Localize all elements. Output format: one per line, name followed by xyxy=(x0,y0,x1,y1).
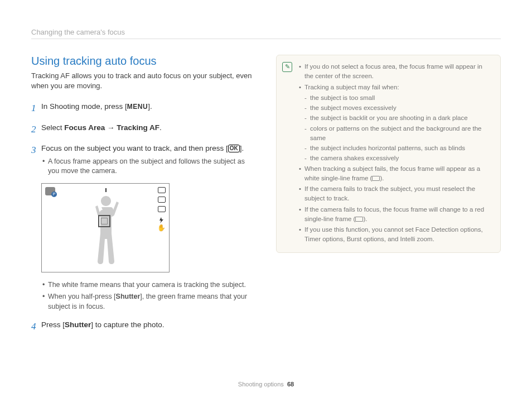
page-footer: Shooting options 68 xyxy=(0,381,532,387)
note-5: If the camera fails to focus, the focus … xyxy=(299,205,492,224)
step-1-text-post: ]. xyxy=(148,102,152,111)
battery-icon xyxy=(158,187,166,193)
intro-text: Tracking AF allows you to track and auto… xyxy=(31,71,256,91)
note-5-post: ). xyxy=(363,216,367,222)
step-3-pre: Focus on the subject you want to track, … xyxy=(41,144,228,152)
arrow: → xyxy=(105,123,117,132)
header-rule xyxy=(31,39,501,39)
step-2: 2 Select Focus Area → Tracking AF. xyxy=(31,122,256,137)
left-column: Using tracking auto focus Tracking AF al… xyxy=(31,55,256,341)
top-indicator-icon xyxy=(105,188,107,192)
focus-area-label: Focus Area xyxy=(64,123,105,132)
step-3-post: ]. xyxy=(240,144,244,152)
green-frame-pre: When you half-press [ xyxy=(48,293,116,300)
tracking-af-label: Tracking AF xyxy=(117,123,159,132)
flash-icon xyxy=(158,216,166,222)
step-2-post: . xyxy=(159,123,162,132)
step-1-text-pre: In Shooting mode, press [ xyxy=(41,102,127,111)
step-4: 4 Press [Shutter] to capture the photo. xyxy=(31,319,256,334)
step-4-post: ] to capture the photo. xyxy=(91,320,164,329)
step-3-sub: A focus frame appears on the subject and… xyxy=(41,157,256,176)
note-5-pre: If the camera fails to focus, the focus … xyxy=(304,206,484,222)
note-box: ✎ If you do not select a focus area, the… xyxy=(276,55,501,253)
note-2: Tracking a subject may fail when: xyxy=(299,83,492,92)
page-number: 68 xyxy=(287,381,294,387)
stabilizer-icon: ✋ xyxy=(157,225,166,231)
note-2e: the subject includes horizontal patterns… xyxy=(299,143,492,153)
menu-icon: MENU xyxy=(127,103,148,111)
shutter-label: Shutter xyxy=(65,320,91,329)
white-frame-icon xyxy=(372,176,380,181)
step-3: 3 Focus on the subject you want to track… xyxy=(31,143,256,176)
note-2a: the subject is too small xyxy=(299,93,492,103)
shutter-label: Shutter xyxy=(116,293,141,300)
camera-screen-illustration: ✋ xyxy=(41,183,170,272)
white-frame-note: The white frame means that your camera i… xyxy=(41,280,256,290)
p-mode-badge-icon xyxy=(45,187,55,195)
step-2-pre: Select xyxy=(41,123,64,132)
note-3-post: ). xyxy=(380,175,384,181)
footer-section: Shooting options xyxy=(238,381,284,387)
note-3: When tracking a subject fails, the focus… xyxy=(299,164,492,184)
green-frame-note: When you half-press [Shutter], the green… xyxy=(41,292,256,312)
note-2d: colors or patterns on the subject and th… xyxy=(299,124,492,143)
note-icon: ✎ xyxy=(282,62,292,72)
step-number: 1 xyxy=(31,101,41,116)
storage-icon xyxy=(158,197,166,203)
red-frame-icon xyxy=(355,217,363,222)
section-title: Using tracking auto focus xyxy=(31,55,256,68)
focus-frame-icon xyxy=(98,215,110,227)
note-1: If you do not select a focus area, the f… xyxy=(299,62,492,82)
note-2b: the subject moves excessively xyxy=(299,103,492,113)
metering-icon xyxy=(158,206,166,212)
ok-icon: OK xyxy=(228,145,240,152)
right-column: ✎ If you do not select a focus area, the… xyxy=(276,55,501,341)
note-6: If you use this function, you cannot set… xyxy=(299,225,492,245)
breadcrumb: Changing the camera's focus xyxy=(31,28,501,36)
status-icons-column: ✋ xyxy=(157,187,166,231)
step-number: 3 xyxy=(31,143,41,176)
note-2f: the camera shakes excessively xyxy=(299,154,492,163)
step-number: 2 xyxy=(31,122,41,137)
note-2c: the subject is backlit or you are shooti… xyxy=(299,113,492,123)
step-1: 1 In Shooting mode, press [MENU]. xyxy=(31,101,256,116)
note-3-pre: When tracking a subject fails, the focus… xyxy=(304,165,480,181)
person-silhouette-icon xyxy=(89,196,123,266)
step-4-pre: Press [ xyxy=(41,320,65,329)
note-4: If the camera fails to track the subject… xyxy=(299,184,492,204)
content-columns: Using tracking auto focus Tracking AF al… xyxy=(31,55,501,341)
step-number: 4 xyxy=(31,319,41,334)
